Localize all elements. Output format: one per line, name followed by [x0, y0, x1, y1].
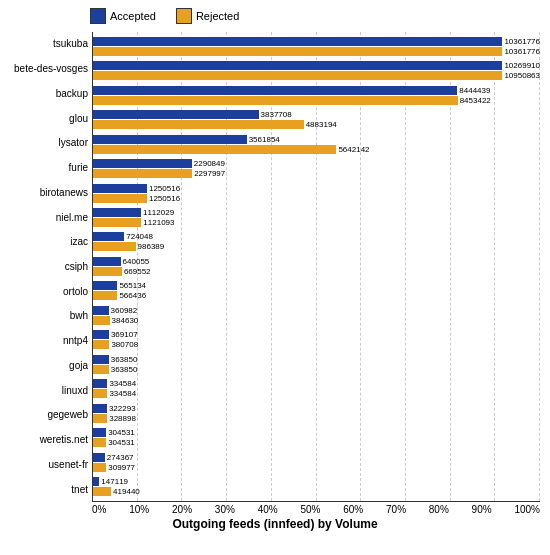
- rejected-bar: [93, 47, 502, 56]
- accepted-bar: [93, 86, 457, 95]
- accepted-bar-track: 369107: [93, 330, 540, 339]
- bars-wrapper: 1036177610361776102699101095086384444398…: [93, 32, 540, 501]
- accepted-bar-label: 10269910: [504, 61, 540, 70]
- accepted-bar-track: 304531: [93, 428, 540, 437]
- bar-row: 369107380708: [93, 328, 540, 352]
- accepted-bar: [93, 159, 192, 168]
- x-axis-labels: 0%10%20%30%40%50%60%70%80%90%100%: [92, 502, 540, 515]
- accepted-bar-label: 640055: [123, 257, 150, 266]
- accepted-bar-track: 1112029: [93, 208, 540, 217]
- rejected-bar-track: 2297997: [93, 169, 540, 178]
- accepted-bar-label: 10361776: [504, 37, 540, 46]
- bars-area: 1036177610361776102699101095086384444398…: [92, 32, 540, 502]
- rejected-bar: [93, 169, 192, 178]
- y-label: glou: [10, 114, 88, 124]
- accepted-bar-label: 1112029: [143, 208, 174, 217]
- y-labels: tsukubabete-des-vosgesbackupgloulysatorf…: [10, 32, 92, 502]
- rejected-bar-label: 5642142: [338, 145, 369, 154]
- y-label: usenet-fr: [10, 460, 88, 470]
- accepted-bar-track: 3837708: [93, 110, 540, 119]
- accepted-bar: [93, 477, 99, 486]
- rejected-bar: [93, 463, 106, 472]
- rejected-bar-track: 304531: [93, 438, 540, 447]
- accepted-bar-track: 10361776: [93, 37, 540, 46]
- accepted-bar-label: 724048: [126, 232, 153, 241]
- accepted-bar-label: 3561854: [249, 135, 280, 144]
- y-label: gegeweb: [10, 410, 88, 420]
- accepted-bar-track: 3561854: [93, 135, 540, 144]
- bar-row: 363850363850: [93, 352, 540, 376]
- accepted-bar-label: 334584: [109, 379, 136, 388]
- rejected-bar: [93, 218, 141, 227]
- accepted-bar-track: 8444439: [93, 86, 540, 95]
- rejected-bar-track: 10361776: [93, 47, 540, 56]
- rejected-bar-track: 10950863: [93, 71, 540, 80]
- rejected-bar-track: 8453422: [93, 96, 540, 105]
- rejected-bar-track: 1121093: [93, 218, 540, 227]
- rejected-bar-label: 2297997: [194, 169, 225, 178]
- legend-rejected-box: [176, 8, 192, 24]
- chart-area: tsukubabete-des-vosgesbackupgloulysatorf…: [10, 32, 540, 502]
- rejected-bar: [93, 291, 117, 300]
- x-tick: 70%: [386, 504, 406, 515]
- accepted-bar: [93, 306, 109, 315]
- y-label: linuxd: [10, 386, 88, 396]
- rejected-bar-track: 384630: [93, 316, 540, 325]
- x-tick: 10%: [129, 504, 149, 515]
- accepted-bar: [93, 453, 105, 462]
- rejected-bar-track: 328898: [93, 414, 540, 423]
- accepted-bar: [93, 184, 147, 193]
- accepted-bar: [93, 428, 106, 437]
- bar-row: 12505161250516: [93, 181, 540, 205]
- y-label: izac: [10, 237, 88, 247]
- rejected-bar-track: 419440: [93, 487, 540, 496]
- rejected-bar-track: 669552: [93, 267, 540, 276]
- rejected-bar-track: 986389: [93, 242, 540, 251]
- bar-row: 334584334584: [93, 377, 540, 401]
- rejected-bar-track: 566436: [93, 291, 540, 300]
- rejected-bar: [93, 242, 136, 251]
- bar-row: 84444398453422: [93, 83, 540, 107]
- y-label: goja: [10, 361, 88, 371]
- x-tick: 0%: [92, 504, 106, 515]
- y-label: tsukuba: [10, 39, 88, 49]
- rejected-bar: [93, 145, 336, 154]
- rejected-bar: [93, 194, 147, 203]
- chart-title: Outgoing feeds (innfeed) by Volume: [10, 517, 540, 531]
- accepted-bar: [93, 355, 109, 364]
- bar-row: 322293328898: [93, 401, 540, 425]
- accepted-bar-label: 369107: [111, 330, 138, 339]
- accepted-bar: [93, 135, 247, 144]
- accepted-bar-label: 2290849: [194, 159, 225, 168]
- y-label: csiph: [10, 262, 88, 272]
- accepted-bar-label: 3837708: [261, 110, 292, 119]
- accepted-bar-track: 565134: [93, 281, 540, 290]
- accepted-bar-label: 565134: [119, 281, 146, 290]
- accepted-bar-label: 8444439: [459, 86, 490, 95]
- rejected-bar-track: 334584: [93, 389, 540, 398]
- rejected-bar-label: 304531: [108, 438, 135, 447]
- y-label: tnet: [10, 485, 88, 495]
- bar-row: 565134566436: [93, 279, 540, 303]
- rejected-bar-label: 8453422: [460, 96, 491, 105]
- accepted-bar-label: 322293: [109, 404, 136, 413]
- rejected-bar-track: 309977: [93, 463, 540, 472]
- rejected-bar-label: 10950863: [504, 71, 540, 80]
- legend-accepted-label: Accepted: [110, 10, 156, 22]
- y-label: bete-des-vosges: [10, 64, 88, 74]
- accepted-bar-track: 334584: [93, 379, 540, 388]
- accepted-bar-track: 640055: [93, 257, 540, 266]
- accepted-bar-track: 363850: [93, 355, 540, 364]
- y-label: weretis.net: [10, 435, 88, 445]
- x-tick: 80%: [429, 504, 449, 515]
- accepted-bar-label: 1250516: [149, 184, 180, 193]
- legend-accepted-box: [90, 8, 106, 24]
- legend-rejected: Rejected: [176, 8, 239, 24]
- accepted-bar-track: 360982: [93, 306, 540, 315]
- rejected-bar-track: 5642142: [93, 145, 540, 154]
- accepted-bar-track: 147119: [93, 477, 540, 486]
- rejected-bar-label: 986389: [138, 242, 165, 251]
- legend-accepted: Accepted: [90, 8, 156, 24]
- x-tick: 20%: [172, 504, 192, 515]
- rejected-bar: [93, 340, 109, 349]
